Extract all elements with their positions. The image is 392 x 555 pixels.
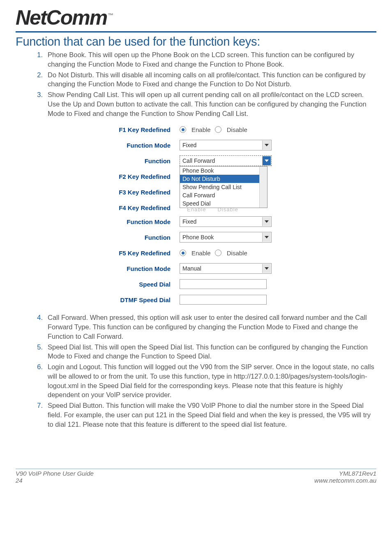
function-mode-label-3: Function Mode: [85, 265, 180, 272]
function-mode-value-3: Manual: [182, 265, 201, 272]
function-value-1: Call Forward: [182, 157, 215, 164]
footer-divider: [16, 469, 376, 469]
dropdown-arrow-icon: [262, 141, 271, 150]
list-text: Phone Book. This will open up the Phone …: [48, 51, 354, 68]
f5-key-redefined-label: F5 Key Redefined: [85, 250, 180, 257]
function-value-2: Phone Book: [182, 234, 214, 240]
footer-url: www.netcomm.com.au: [314, 477, 376, 484]
f1-key-redefined-label: F1 Key Redefined: [85, 126, 180, 133]
header-divider: [16, 31, 376, 32]
list-item: 2.Do Not Disturb. This will disable all …: [31, 70, 376, 89]
list-text: Speed Dial list. This will open the Spee…: [48, 343, 368, 360]
dropdown-option[interactable]: Speed Dial: [180, 199, 267, 208]
f5-disable-label: Disable: [227, 250, 247, 257]
list-text: Speed Dial Button. This function will ma…: [48, 402, 371, 428]
footer-doc-title: V90 VoIP Phone User Guide: [16, 470, 94, 477]
footer-page-number: 24: [16, 477, 23, 484]
function-mode-label-1: Function Mode: [85, 142, 180, 149]
list-text: Login and Logout. This function will log…: [48, 363, 374, 398]
dropdown-arrow-icon: [262, 264, 271, 273]
f2-key-redefined-label: F2 Key Redefined: [85, 173, 180, 180]
svg-marker-1: [265, 160, 269, 162]
settings-form: F1 Key Redefined Enable Disable Function…: [85, 124, 307, 305]
function-label-1: Function: [85, 157, 180, 164]
dropdown-arrow-icon: [262, 156, 271, 165]
function-label-2: Function: [85, 234, 180, 241]
dtmf-speed-dial-input[interactable]: [180, 295, 267, 305]
svg-marker-2: [265, 220, 269, 223]
dropdown-arrow-icon: [262, 233, 271, 242]
dropdown-arrow-icon: [262, 217, 271, 226]
dropdown-option[interactable]: Show Pending Call List: [180, 183, 267, 191]
instructions-list-top: 1.Phone Book. This will open up the Phon…: [31, 50, 376, 118]
function-mode-value-2: Fixed: [182, 218, 196, 225]
dropdown-option[interactable]: Call Forward: [180, 191, 267, 199]
svg-marker-4: [265, 267, 269, 270]
list-number: 5.: [31, 342, 43, 352]
list-item: 6.Login and Logout. This function will l…: [31, 362, 376, 400]
dtmf-speed-dial-label: DTMF Speed Dial: [85, 296, 180, 303]
list-item: 5.Speed Dial list. This will open the Sp…: [31, 342, 376, 361]
list-number: 6.: [31, 362, 43, 372]
dropdown-scrollbar[interactable]: [259, 166, 267, 208]
instructions-list-bottom: 4.Call Forward. When pressed, this optio…: [31, 313, 376, 429]
function-mode-value-1: Fixed: [182, 142, 196, 148]
brand-text: NetComm™: [16, 7, 113, 28]
f5-enable-radio[interactable]: [180, 250, 186, 256]
footer-doc-rev: YML871Rev1: [339, 470, 376, 477]
f5-disable-radio[interactable]: [215, 250, 221, 256]
list-text: Do Not Disturb. This will disable all in…: [48, 71, 365, 88]
list-text: Call Forward. When pressed, this option …: [48, 314, 367, 340]
trademark-icon: ™: [108, 12, 113, 18]
function-mode-select-2[interactable]: Fixed: [180, 216, 272, 227]
f1-enable-radio[interactable]: [180, 126, 186, 133]
f1-disable-radio[interactable]: [215, 126, 221, 133]
f1-radio-group: Enable Disable: [180, 126, 247, 133]
function-mode-label-2: Function Mode: [85, 218, 180, 225]
function-mode-select-1[interactable]: Fixed: [180, 140, 272, 150]
function-dropdown-list: Phone BookDo Not DisturbShow Pending Cal…: [180, 166, 267, 208]
speed-dial-label: Speed Dial: [85, 281, 180, 288]
dropdown-option[interactable]: Do Not Disturb: [180, 175, 267, 183]
page-title: Function that can be used for the functi…: [16, 35, 376, 49]
speed-dial-input[interactable]: [180, 279, 267, 289]
f5-enable-label: Enable: [191, 250, 211, 257]
list-item: 7.Speed Dial Button. This function will …: [31, 401, 376, 429]
list-text: Show Pending Call List. This will open u…: [48, 91, 367, 117]
f1-enable-label: Enable: [191, 126, 211, 133]
list-number: 1.: [31, 50, 43, 60]
function-select-1[interactable]: Call Forward: [180, 155, 272, 166]
list-number: 3.: [31, 90, 43, 99]
svg-marker-3: [265, 236, 269, 238]
list-item: 4.Call Forward. When pressed, this optio…: [31, 313, 376, 341]
function-select-2[interactable]: Phone Book: [180, 232, 272, 243]
list-number: 2.: [31, 70, 43, 80]
f4-key-redefined-label: F4 Key Redefined: [85, 204, 180, 211]
f1-disable-label: Disable: [227, 126, 247, 133]
list-number: 7.: [31, 401, 43, 410]
list-item: 1.Phone Book. This will open up the Phon…: [31, 50, 376, 69]
dropdown-option[interactable]: Phone Book: [180, 166, 267, 175]
list-item: 3.Show Pending Call List. This will open…: [31, 90, 376, 118]
function-mode-select-3[interactable]: Manual: [180, 263, 272, 274]
f5-radio-group: Enable Disable: [180, 250, 247, 257]
page-footer: V90 VoIP Phone User Guide YML871Rev1 24 …: [0, 466, 392, 486]
brand-logo: NetComm™: [16, 7, 376, 28]
list-number: 4.: [31, 313, 43, 322]
svg-marker-0: [265, 144, 269, 146]
f3-key-redefined-label: F3 Key Redefined: [85, 189, 180, 196]
